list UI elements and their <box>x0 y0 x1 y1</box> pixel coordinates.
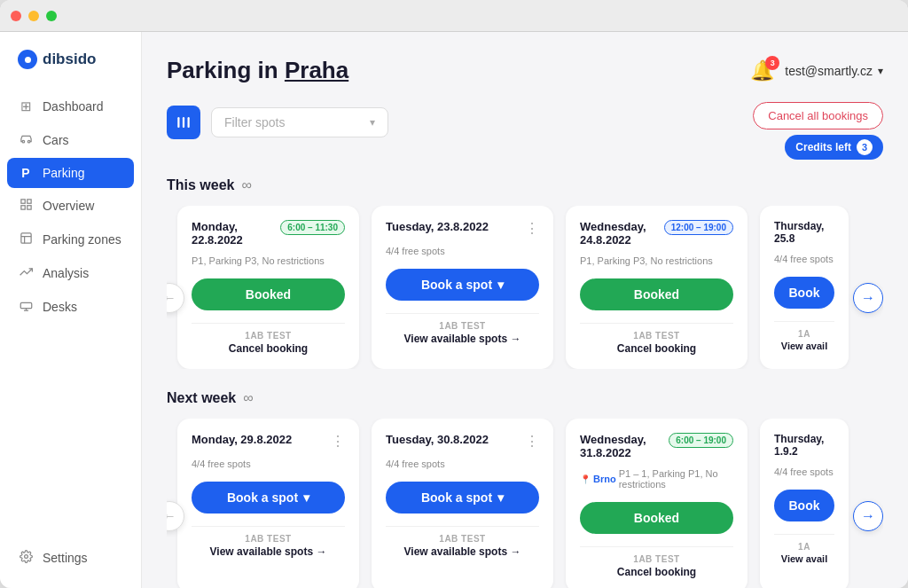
analysis-icon <box>18 265 34 281</box>
svg-point-10 <box>24 555 27 559</box>
cancel-booking-link[interactable]: Cancel booking <box>617 566 696 578</box>
card-header: Tuesday, 30.8.2022 ⋮ <box>386 433 539 450</box>
this-week-scroll-right[interactable]: → <box>853 283 883 313</box>
minimize-button[interactable] <box>28 11 39 21</box>
sidebar-item-desks[interactable]: Desks <box>7 291 134 323</box>
card-date: Tuesday, 30.8.2022 <box>386 433 489 446</box>
kebab-menu-icon[interactable]: ⋮ <box>525 433 539 450</box>
view-spots-link[interactable]: View available spots → <box>404 545 521 558</box>
settings-label: Settings <box>43 551 88 565</box>
sidebar-item-cars[interactable]: Cars <box>7 124 134 156</box>
card-header: Monday, 29.8.2022 ⋮ <box>192 433 345 450</box>
svg-rect-3 <box>27 206 30 209</box>
page-title: Parking in Praha <box>167 57 348 84</box>
sidebar-item-settings[interactable]: Settings <box>7 542 134 574</box>
logo-dot <box>25 57 31 63</box>
nav-items: ⊞ Dashboard Cars P Parking <box>0 90 141 542</box>
view-spots-link[interactable]: View avail <box>781 341 827 351</box>
book-button-partial[interactable]: Book <box>774 490 834 521</box>
cancel-all-bookings-button[interactable]: Cancel all bookings <box>753 102 883 129</box>
credits-label: Credits left <box>795 141 851 153</box>
main-content: Parking in Praha 🔔 3 test@smartly.cz ▾ <box>142 32 908 588</box>
card-footer: 1AB TEST View available spots → <box>386 313 539 345</box>
footer-org: 1AB TEST <box>439 534 485 544</box>
settings-icon <box>18 550 34 566</box>
this-week-card-tuesday: Tuesday, 23.8.2022 ⋮ 4/4 free spots Book… <box>372 206 553 369</box>
footer-org: 1AB TEST <box>633 554 679 564</box>
booked-button[interactable]: Booked <box>580 278 733 310</box>
location-detail: P1 – 1, Parking P1, No restrictions <box>619 468 733 490</box>
svg-rect-11 <box>177 117 179 128</box>
logo-text: dibsido <box>43 51 96 68</box>
location-pin-icon: 📍 <box>580 474 591 484</box>
card-date: Thursday, 1.9.2 <box>774 433 834 458</box>
view-spots-link[interactable]: View available spots → <box>404 333 521 345</box>
overview-icon <box>18 198 34 214</box>
sidebar-item-label: Parking zones <box>43 232 121 247</box>
view-spots-link[interactable]: View available spots → <box>210 545 327 558</box>
this-week-card-wednesday: Wednesday, 24.8.2022 12:00 – 19:00 P1, P… <box>566 206 748 369</box>
book-spot-button[interactable]: Book a spot ▾ <box>386 269 539 301</box>
card-footer: 1AB TEST View available spots → <box>192 526 345 558</box>
sidebar-item-overview[interactable]: Overview <box>7 190 134 222</box>
logo-icon <box>18 50 37 69</box>
booked-button[interactable]: Booked <box>580 502 733 534</box>
card-footer: 1AB TEST Cancel booking <box>192 323 345 355</box>
sidebar-item-dashboard[interactable]: ⊞ Dashboard <box>7 90 134 122</box>
kebab-menu-icon[interactable]: ⋮ <box>525 220 539 237</box>
filter-spots-select[interactable]: Filter spots ▾ <box>211 107 388 137</box>
view-spots-link[interactable]: View avail <box>781 553 827 564</box>
titlebar <box>0 0 908 32</box>
book-spot-button[interactable]: Book a spot ▾ <box>386 482 539 514</box>
location-tag: Brno <box>593 474 616 484</box>
this-week-card-monday: Monday, 22.8.2022 6:00 – 11:30 P1, Parki… <box>177 206 359 369</box>
parking-zones-icon <box>18 231 34 247</box>
card-header: Wednesday, 31.8.2022 6:00 – 19:00 <box>580 433 733 459</box>
this-week-cards-row: Monday, 22.8.2022 6:00 – 11:30 P1, Parki… <box>167 206 883 369</box>
card-date: Monday, 22.8.2022 <box>192 220 280 247</box>
time-badge: 6:00 – 19:00 <box>669 433 733 448</box>
logo: dibsido <box>0 50 141 90</box>
next-week-card-tuesday: Tuesday, 30.8.2022 ⋮ 4/4 free spots Book… <box>372 419 553 588</box>
desks-icon <box>18 299 34 315</box>
parking-icon: P <box>18 166 34 180</box>
sidebar: dibsido ⊞ Dashboard Cars P <box>0 32 142 588</box>
card-subtitle: P1, Parking P3, No restrictions <box>580 255 733 266</box>
sidebar-item-label: Analysis <box>43 266 89 280</box>
chevron-down-icon: ▾ <box>497 278 504 292</box>
cancel-booking-link[interactable]: Cancel booking <box>229 342 308 355</box>
next-week-card-monday: Monday, 29.8.2022 ⋮ 4/4 free spots Book … <box>177 419 359 588</box>
next-week-card-thursday: Thursday, 1.9.2 4/4 free spots Book 1A V… <box>760 419 849 588</box>
sidebar-item-parking[interactable]: P Parking <box>7 158 134 188</box>
close-button[interactable] <box>11 11 21 21</box>
sidebar-item-label: Cars <box>43 133 69 147</box>
card-date: Tuesday, 23.8.2022 <box>386 220 489 233</box>
sidebar-item-analysis[interactable]: Analysis <box>7 257 134 289</box>
user-menu-button[interactable]: test@smartly.cz ▾ <box>785 64 883 78</box>
book-spot-button[interactable]: Book a spot ▾ <box>192 482 345 514</box>
cancel-booking-link[interactable]: Cancel booking <box>617 342 696 355</box>
header-right: 🔔 3 test@smartly.cz ▾ <box>750 59 883 82</box>
book-button-partial[interactable]: Book <box>774 277 834 309</box>
card-header: Thursday, 1.9.2 <box>774 433 834 458</box>
svg-rect-4 <box>20 233 30 243</box>
notification-badge: 3 <box>765 56 779 70</box>
card-footer: 1AB TEST Cancel booking <box>580 323 733 355</box>
next-week-scroll-right[interactable]: → <box>853 501 883 531</box>
this-week-section-label: This week ∞ <box>167 177 883 193</box>
card-header: Thursday, 25.8 <box>774 220 834 245</box>
card-subtitle: 4/4 free spots <box>192 459 345 469</box>
booked-button[interactable]: Booked <box>192 278 345 310</box>
card-footer: 1A View avail <box>774 321 834 351</box>
card-footer: 1AB TEST Cancel booking <box>580 546 733 578</box>
filter-chevron-icon: ▾ <box>370 116 375 129</box>
card-header: Wednesday, 24.8.2022 12:00 – 19:00 <box>580 220 733 247</box>
sidebar-bottom: Settings <box>0 542 141 574</box>
card-subtitle: P1, Parking P3, No restrictions <box>192 255 345 266</box>
notification-button[interactable]: 🔔 3 <box>750 59 774 82</box>
card-header: Tuesday, 23.8.2022 ⋮ <box>386 220 539 237</box>
kebab-menu-icon[interactable]: ⋮ <box>331 433 345 450</box>
sidebar-item-parking-zones[interactable]: Parking zones <box>7 223 134 255</box>
card-subtitle: 4/4 free spots <box>774 466 834 477</box>
maximize-button[interactable] <box>46 11 57 21</box>
